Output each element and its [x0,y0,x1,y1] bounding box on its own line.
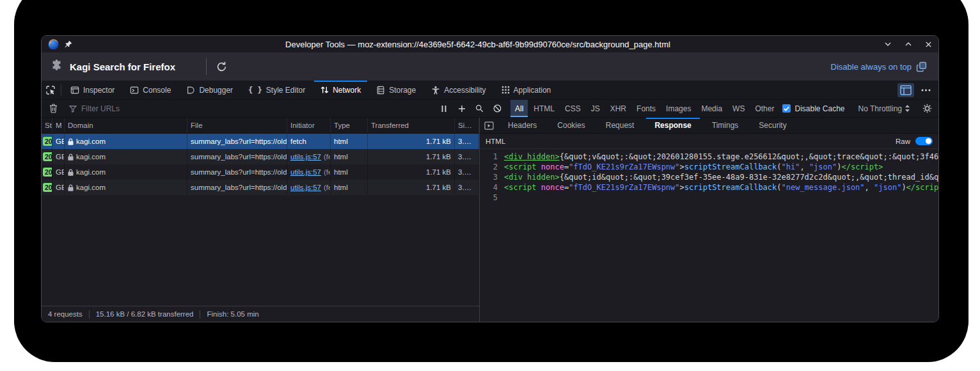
pause-recording-button[interactable] [435,105,453,113]
tab-inspector[interactable]: Inspector [64,81,121,99]
initiator-link[interactable]: utils.js:57 [290,184,321,191]
initiator-link[interactable]: utils.js:57 [290,168,321,176]
column-header-7[interactable]: Si… [455,118,479,133]
tab-debugger[interactable]: Debugger [180,81,239,99]
tab-storage[interactable]: Storage [370,81,422,99]
devtools-tab-bar: InspectorConsoleDebugger{ }Style EditorN… [42,81,938,100]
extension-toolbar: Kagi Search for Firefox Disable always o… [42,52,938,81]
toggle-detail-pane-button[interactable] [480,118,498,133]
tab-network[interactable]: Network [314,81,367,99]
restore-icon[interactable] [905,40,912,48]
tab-label: Storage [389,86,416,95]
request-row[interactable]: 200GETkagi.comsummary_labs?url=https://o… [42,134,479,149]
filter-media[interactable]: Media [697,100,727,117]
status-cell: 200 [42,180,52,195]
line-number: 4 [480,182,504,193]
detail-tab-cookies[interactable]: Cookies [549,118,593,133]
code-line: 3<div hidden>{&quot;id&quot;:&quot;39cef… [480,172,938,182]
code-token: "fTdO_KE21s9rZa17EWspnw" [569,162,679,171]
method-cell: GET [52,164,65,180]
code-token: scriptStreamCallback [684,183,777,192]
divider [61,84,61,95]
method-cell: GET [52,149,65,164]
window-controls [884,40,932,48]
type-cell: html [331,180,368,195]
responsive-design-mode-button[interactable] [897,83,914,97]
filter-urls-input[interactable]: Filter URLs [65,100,432,117]
network-settings-button[interactable] [918,104,936,113]
disable-cache-checkbox[interactable] [782,104,791,113]
devtools-tabs: InspectorConsoleDebugger{ }Style EditorN… [63,81,558,99]
detail-tab-timings[interactable]: Timings [704,118,747,133]
detail-tab-request[interactable]: Request [597,118,643,133]
block-request-button[interactable] [489,104,507,113]
initiator-link[interactable]: utils.js:57 [290,153,321,161]
initiator-cause: (fe… [324,153,331,161]
file-cell: summary_labs?url=https://old.rec [187,149,287,164]
tab-accessibility[interactable]: Accessibility [425,81,492,99]
file-cell: summary_labs?url=https://old.rec [187,180,287,195]
request-row[interactable]: 200GETkagi.comsummary_labs?url=https://o… [42,149,479,164]
tab-label: Network [333,86,361,95]
filter-xhr[interactable]: XHR [606,100,631,117]
tab-application[interactable]: Application [495,81,558,99]
filter-html[interactable]: HTML [529,100,559,117]
filter-ws[interactable]: WS [728,100,749,117]
new-request-button[interactable] [453,105,471,113]
minimize-icon[interactable] [884,40,892,48]
tab-console[interactable]: Console [123,81,177,99]
raw-toggle[interactable] [915,137,933,145]
column-header-0[interactable]: St [42,118,52,133]
column-header-6[interactable]: Transferred [368,118,455,133]
column-header-3[interactable]: File [187,118,287,133]
filter-all[interactable]: All [510,100,528,117]
clear-requests-button[interactable] [44,104,62,113]
filter-placeholder: Filter URLs [81,104,120,113]
filter-css[interactable]: CSS [560,100,585,117]
always-on-top-icon[interactable] [916,61,927,72]
inspector-icon [70,86,79,95]
code-token: nonce [541,162,564,171]
meatball-menu-button[interactable] [917,89,935,91]
response-source-view[interactable]: 1<div hidden>{&quot;v&quot;:&quot;202601… [480,149,938,322]
tab-label: Accessibility [444,86,486,95]
column-header-2[interactable]: Domain [65,118,187,133]
close-icon[interactable] [925,41,932,48]
detail-tab-security[interactable]: Security [750,118,794,133]
disable-cache-label[interactable]: Disable Cache [794,104,844,113]
search-button[interactable] [471,104,489,113]
response-payload-header: HTML Raw [480,134,938,149]
line-content: <script nonce="fTdO_KE21s9rZa17EWspnw">s… [504,182,938,193]
request-row[interactable]: 200GETkagi.comsummary_labs?url=https://o… [42,180,479,195]
reload-button[interactable] [216,61,227,72]
file-cell: summary_labs?url=https://old.rec [187,164,287,180]
application-icon [502,86,510,94]
line-content: <div hidden>{&quot;id&quot;:&quot;39cef3… [504,172,938,182]
filter-fonts[interactable]: Fonts [632,100,660,117]
pin-icon [65,40,72,48]
throttling-select[interactable]: No Throttling [853,104,915,113]
request-row[interactable]: 200GETkagi.comsummary_labs?url=https://o… [42,164,479,180]
domain-label: kagi.com [76,168,106,176]
line-content: <div hidden>{&quot;v&quot;:&quot;2026012… [504,152,938,162]
column-header-4[interactable]: Initiator [287,118,331,133]
style-editor-icon: { } [248,86,262,95]
column-header-5[interactable]: Type [331,118,368,133]
filter-images[interactable]: Images [661,100,695,117]
initiator-label: fetch [290,138,306,145]
detail-tab-headers[interactable]: Headers [500,118,545,133]
column-header-1[interactable]: M [52,118,65,133]
toggle-knob [926,138,931,144]
filter-js[interactable]: JS [587,100,605,117]
size-cell: 3.… [455,134,479,149]
titlebar[interactable]: Developer Tools — moz-extension://4e369e… [42,36,938,52]
line-content: <script nonce="fTdO_KE21s9rZa17EWspnw">s… [504,162,938,172]
detail-tab-response[interactable]: Response [646,118,699,133]
pick-element-button[interactable] [42,81,59,99]
disable-always-on-top-link[interactable]: Disable always on top [831,62,912,72]
tab-style-editor[interactable]: { }Style Editor [242,81,312,99]
extension-name: Kagi Search for Firefox [70,61,175,72]
status-badge: 200 [43,137,52,146]
raw-toggle-label: Raw [896,138,910,145]
filter-other[interactable]: Other [750,100,778,117]
